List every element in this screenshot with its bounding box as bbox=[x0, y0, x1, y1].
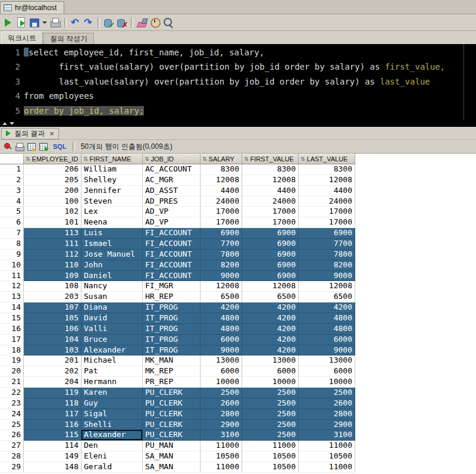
row-number[interactable]: 9 bbox=[0, 250, 24, 260]
cell-job-id[interactable]: HR_REP bbox=[143, 292, 201, 303]
cell-last-value[interactable]: 17000 bbox=[299, 207, 355, 217]
cell-salary[interactable]: 2500 bbox=[201, 388, 242, 398]
cell-job-id[interactable]: AD_VP bbox=[143, 207, 201, 217]
cell-salary[interactable]: 10500 bbox=[201, 451, 242, 462]
column-header-first-value[interactable]: ⇅FIRST_VALUE bbox=[242, 154, 299, 164]
cell-first-name[interactable]: Ismael bbox=[82, 239, 143, 250]
cell-last-value[interactable]: 4800 bbox=[299, 313, 355, 324]
cell-employee-id[interactable]: 101 bbox=[24, 217, 82, 228]
cell-salary[interactable]: 11000 bbox=[201, 462, 242, 473]
edit-grid-icon[interactable] bbox=[26, 141, 37, 152]
cell-employee-id[interactable]: 118 bbox=[24, 398, 82, 409]
sql-editor[interactable]: 12345 select employee_id, first_name, jo… bbox=[0, 44, 476, 120]
print-icon[interactable] bbox=[49, 17, 61, 29]
erase-icon[interactable] bbox=[136, 17, 148, 29]
cell-first-value[interactable]: 8300 bbox=[242, 164, 299, 175]
cell-first-value[interactable]: 24000 bbox=[242, 197, 299, 207]
cell-salary[interactable]: 2600 bbox=[201, 398, 242, 409]
code-line[interactable]: from employees bbox=[24, 89, 476, 103]
row-number[interactable]: 11 bbox=[0, 271, 24, 282]
cell-employee-id[interactable]: 114 bbox=[24, 441, 82, 451]
cell-job-id[interactable]: IT_PROG bbox=[143, 345, 201, 356]
line-number[interactable]: 3 bbox=[0, 74, 20, 89]
row-number[interactable]: 24 bbox=[0, 409, 24, 420]
cell-employee-id[interactable]: 148 bbox=[24, 462, 82, 473]
cell-employee-id[interactable]: 108 bbox=[24, 281, 82, 292]
cell-last-value[interactable]: 12008 bbox=[299, 175, 355, 186]
history-icon[interactable] bbox=[149, 17, 161, 29]
tab-query-result[interactable]: 질의 결과 × bbox=[1, 128, 59, 139]
row-number[interactable]: 26 bbox=[0, 430, 24, 441]
code-line[interactable]: first_value(salary) over(partition by jo… bbox=[24, 60, 476, 74]
cell-employee-id[interactable]: 113 bbox=[24, 228, 82, 239]
cell-job-id[interactable]: SA_MAN bbox=[143, 451, 201, 462]
cell-salary[interactable]: 12008 bbox=[201, 175, 242, 186]
cell-first-name[interactable]: Alexander bbox=[82, 345, 143, 356]
cell-salary[interactable]: 7800 bbox=[201, 250, 242, 260]
cell-employee-id[interactable]: 110 bbox=[24, 260, 82, 271]
cell-last-value[interactable]: 11000 bbox=[299, 441, 355, 451]
column-header-last-value[interactable]: ⇅LAST_VALUE bbox=[299, 154, 355, 164]
cell-salary[interactable]: 8200 bbox=[201, 260, 242, 271]
cell-employee-id[interactable]: 112 bbox=[24, 250, 82, 260]
row-number[interactable]: 5 bbox=[0, 207, 24, 217]
cell-job-id[interactable]: PU_CLERK bbox=[143, 430, 201, 441]
cell-salary[interactable]: 6000 bbox=[201, 335, 242, 345]
cell-salary[interactable]: 4800 bbox=[201, 313, 242, 324]
cell-employee-id[interactable]: 149 bbox=[24, 451, 82, 462]
cell-job-id[interactable]: PR_REP bbox=[143, 377, 201, 388]
cell-first-value[interactable]: 4400 bbox=[242, 186, 299, 197]
cell-employee-id[interactable]: 100 bbox=[24, 197, 82, 207]
cell-job-id[interactable]: FI_ACCOUNT bbox=[143, 250, 201, 260]
cell-last-value[interactable]: 11000 bbox=[299, 462, 355, 473]
cell-salary[interactable]: 3100 bbox=[201, 430, 242, 441]
cell-employee-id[interactable]: 116 bbox=[24, 420, 82, 431]
column-header-first-name[interactable]: ⇅FIRST_NAME bbox=[82, 154, 143, 164]
cell-first-name[interactable]: Shelley bbox=[82, 175, 143, 186]
row-number[interactable]: 22 bbox=[0, 388, 24, 398]
cell-job-id[interactable]: PU_MAN bbox=[143, 441, 201, 451]
run-script-icon[interactable] bbox=[15, 17, 27, 29]
cell-last-value[interactable]: 7700 bbox=[299, 239, 355, 250]
dropdown-icon[interactable] bbox=[42, 17, 48, 29]
row-number[interactable]: 2 bbox=[0, 175, 24, 186]
cell-first-name[interactable]: David bbox=[82, 313, 143, 324]
cell-job-id[interactable]: FI_ACCOUNT bbox=[143, 239, 201, 250]
cell-first-name[interactable]: Sigal bbox=[82, 409, 143, 420]
row-number[interactable]: 27 bbox=[0, 441, 24, 451]
collapse-up-icon[interactable] bbox=[2, 122, 7, 125]
cell-employee-id[interactable]: 103 bbox=[24, 345, 82, 356]
cell-last-value[interactable]: 6000 bbox=[299, 335, 355, 345]
redo-icon[interactable] bbox=[83, 17, 95, 29]
cell-first-value[interactable]: 2500 bbox=[242, 430, 299, 441]
cell-first-value[interactable]: 2500 bbox=[242, 420, 299, 431]
row-number[interactable]: 7 bbox=[0, 228, 24, 239]
cell-employee-id[interactable]: 115 bbox=[24, 430, 82, 441]
row-number[interactable]: 8 bbox=[0, 239, 24, 250]
cell-first-value[interactable]: 2500 bbox=[242, 388, 299, 398]
undo-icon[interactable] bbox=[70, 17, 82, 29]
cell-first-value[interactable]: 10000 bbox=[242, 377, 299, 388]
row-number[interactable]: 21 bbox=[0, 377, 24, 388]
cell-first-value[interactable]: 12008 bbox=[242, 175, 299, 186]
cell-employee-id[interactable]: 104 bbox=[24, 335, 82, 345]
cell-first-value[interactable]: 17000 bbox=[242, 207, 299, 217]
rollback-icon[interactable] bbox=[116, 17, 128, 29]
cell-first-name[interactable]: Bruce bbox=[82, 335, 143, 345]
cell-first-name[interactable]: Den bbox=[82, 441, 143, 451]
column-header-job-id[interactable]: ⇅JOB_ID bbox=[143, 154, 201, 164]
cell-job-id[interactable]: IT_PROG bbox=[143, 335, 201, 345]
code-line[interactable]: order by job_id, salary; bbox=[24, 104, 476, 118]
cell-first-value[interactable]: 4200 bbox=[242, 324, 299, 335]
cell-last-value[interactable]: 10500 bbox=[299, 451, 355, 462]
cell-first-name[interactable]: Guy bbox=[82, 398, 143, 409]
row-number[interactable]: 19 bbox=[0, 356, 24, 366]
cell-salary[interactable]: 17000 bbox=[201, 217, 242, 228]
line-number[interactable]: 5 bbox=[0, 104, 20, 118]
cell-salary[interactable]: 4200 bbox=[201, 303, 242, 313]
cell-first-value[interactable]: 6900 bbox=[242, 271, 299, 282]
document-tab-hr-localhost[interactable]: hr@localhost bbox=[0, 1, 64, 14]
cell-job-id[interactable]: IT_PROG bbox=[143, 303, 201, 313]
run-icon[interactable] bbox=[2, 17, 14, 29]
cell-first-value[interactable]: 10500 bbox=[242, 451, 299, 462]
